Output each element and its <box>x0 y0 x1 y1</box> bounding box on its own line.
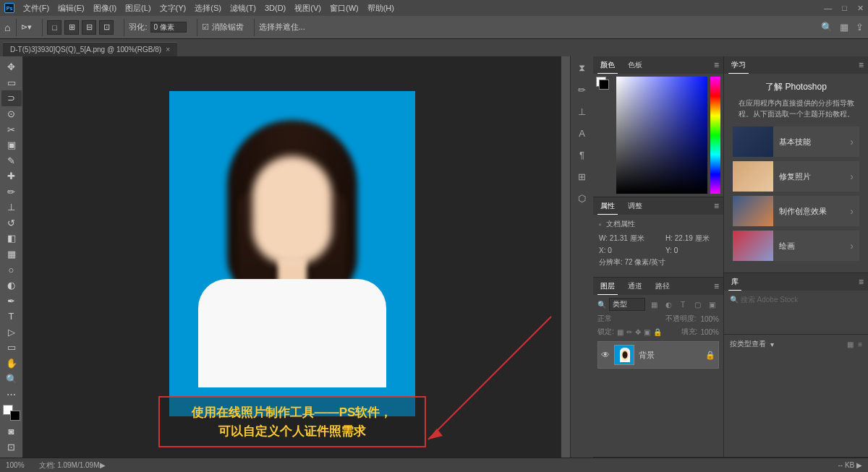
menu-edit[interactable]: 编辑(E) <box>58 3 85 14</box>
libraries-tab[interactable]: 库 <box>728 274 741 291</box>
menu-filter[interactable]: 滤镜(T) <box>230 3 256 14</box>
glyph-panel-icon[interactable]: ⊞ <box>575 169 590 184</box>
document-info[interactable]: 文档: 1.09M/1.09M <box>39 460 100 471</box>
layer-lock-icon[interactable]: 🔒 <box>705 351 715 360</box>
eyedropper-tool[interactable]: ✎ <box>1 153 22 168</box>
gradient-tool[interactable]: ▦ <box>1 246 22 262</box>
paragraph-panel-icon[interactable]: ¶ <box>575 147 590 162</box>
home-icon[interactable]: ⌂ <box>4 22 10 33</box>
panel-menu-icon[interactable]: ≡ <box>859 277 864 287</box>
move-tool[interactable]: ✥ <box>1 59 22 75</box>
panel-menu-icon[interactable]: ≡ <box>714 281 719 291</box>
stamp-tool[interactable]: ⊥ <box>1 199 22 215</box>
crop-tool[interactable]: ✂ <box>1 121 22 137</box>
library-search-input[interactable]: 🔍 搜索 Adobe Stock <box>730 295 862 305</box>
layer-visibility-icon[interactable]: 👁 <box>601 350 610 360</box>
hue-slider[interactable] <box>710 77 720 194</box>
lock-all-icon[interactable]: 🔒 <box>653 328 662 336</box>
paths-tab[interactable]: 路径 <box>652 278 673 294</box>
menu-3d[interactable]: 3D(D) <box>265 4 286 12</box>
blur-tool[interactable]: ○ <box>1 262 22 278</box>
properties-tab[interactable]: 属性 <box>597 198 618 215</box>
close-window-icon[interactable]: ✕ <box>857 4 864 13</box>
marquee-tool[interactable]: ▭ <box>1 75 22 91</box>
learn-item-repair[interactable]: 修复照片› <box>733 161 859 192</box>
layer-thumbnail[interactable] <box>614 345 634 365</box>
lasso-tool[interactable]: ⊃ <box>1 90 22 106</box>
eraser-tool[interactable]: ◧ <box>1 231 22 246</box>
swatches-tab[interactable]: 色板 <box>625 57 645 73</box>
color-tab[interactable]: 颜色 <box>597 57 618 74</box>
color-fg-bg-swatch[interactable] <box>596 77 609 90</box>
selection-add-icon[interactable]: ⊞ <box>64 20 79 35</box>
menu-help[interactable]: 帮助(H) <box>367 3 394 14</box>
panel-menu-icon[interactable]: ≡ <box>714 201 719 211</box>
lock-pos-icon[interactable]: ✥ <box>635 328 641 336</box>
canvas-area[interactable]: 使用在线照片制作工具——PS软件， 可以自定义个人证件照需求 <box>23 56 561 458</box>
selection-subtract-icon[interactable]: ⊟ <box>82 20 96 35</box>
shape-tool[interactable]: ▭ <box>1 340 22 356</box>
menu-select[interactable]: 选择(S) <box>195 3 221 14</box>
path-select-tool[interactable]: ▷ <box>1 325 22 340</box>
layer-name[interactable]: 背景 <box>639 350 655 361</box>
lib-list-icon[interactable]: ≡ <box>858 340 862 348</box>
menu-type[interactable]: 文字(Y) <box>160 3 187 14</box>
zoom-tool[interactable]: 🔍 <box>1 371 22 387</box>
lib-view-select[interactable]: 按类型查看 <box>730 339 766 349</box>
panel-menu-icon[interactable]: ≡ <box>859 60 864 70</box>
learn-tab[interactable]: 学习 <box>728 57 749 74</box>
screenmode-icon[interactable]: ⊡ <box>1 439 22 455</box>
frame-tool[interactable]: ▣ <box>1 137 22 153</box>
character-panel-icon[interactable]: A <box>575 126 590 140</box>
filter-pixel-icon[interactable]: ▦ <box>648 299 660 310</box>
feather-input[interactable] <box>150 22 187 33</box>
type-tool[interactable]: T <box>1 309 22 325</box>
channels-tab[interactable]: 通道 <box>625 278 645 294</box>
close-tab-icon[interactable]: × <box>166 46 170 53</box>
filter-smart-icon[interactable]: ▣ <box>706 299 718 310</box>
layer-filter-select[interactable]: 类型 <box>609 298 645 311</box>
edit-toolbar-icon[interactable]: ⋯ <box>1 387 22 403</box>
menu-image[interactable]: 图像(I) <box>93 3 116 14</box>
menu-layer[interactable]: 图层(L) <box>125 3 150 14</box>
lasso-tool-preset-icon[interactable]: ⊳▾ <box>21 22 32 32</box>
share-icon[interactable]: ⇪ <box>856 22 864 33</box>
zoom-level[interactable]: 100% <box>6 461 25 469</box>
hand-tool[interactable]: ✋ <box>1 356 22 372</box>
lock-pixel-icon[interactable]: ✏ <box>626 328 632 336</box>
pen-tool[interactable]: ✒ <box>1 293 22 309</box>
menu-file[interactable]: 文件(F) <box>23 3 49 14</box>
filter-shape-icon[interactable]: ▢ <box>692 299 703 310</box>
color-picker-field[interactable] <box>616 77 707 194</box>
workspace-icon[interactable]: ▦ <box>840 22 848 33</box>
menu-window[interactable]: 窗口(W) <box>330 3 359 14</box>
lib-grid-icon[interactable]: ▦ <box>847 340 854 348</box>
opacity-value[interactable]: 100% <box>700 315 719 323</box>
search-icon[interactable]: 🔍 <box>821 22 833 33</box>
minimize-icon[interactable]: — <box>824 4 832 13</box>
history-brush-tool[interactable]: ↺ <box>1 215 22 231</box>
dodge-tool[interactable]: ◐ <box>1 278 22 293</box>
lock-trans-icon[interactable]: ▦ <box>617 328 624 336</box>
brush-tool[interactable]: ✏ <box>1 184 22 200</box>
selection-new-icon[interactable]: □ <box>47 20 61 35</box>
brush-panel-icon[interactable]: ✏ <box>575 82 590 97</box>
blend-mode-select[interactable]: 正常 <box>597 314 612 324</box>
fill-value[interactable]: 100% <box>700 328 719 336</box>
antialias-checkbox[interactable]: ☑ <box>202 22 209 32</box>
clone-panel-icon[interactable]: ⊥ <box>575 104 590 119</box>
learn-item-basics[interactable]: 基本技能› <box>733 126 859 157</box>
menu-view[interactable]: 视图(V) <box>294 3 321 14</box>
color-swatch[interactable] <box>3 405 20 421</box>
layers-tab[interactable]: 图层 <box>597 278 618 295</box>
history-panel-icon[interactable]: ⧗ <box>575 61 590 75</box>
select-and-mask-button[interactable]: 选择并遮住... <box>259 22 305 33</box>
3d-panel-icon[interactable]: ⬡ <box>575 191 590 205</box>
healing-tool[interactable]: ✚ <box>1 168 22 184</box>
panel-menu-icon[interactable]: ≡ <box>714 60 719 70</box>
learn-item-paint[interactable]: 绘画› <box>733 231 859 261</box>
adjustments-tab[interactable]: 调整 <box>625 198 645 214</box>
filter-type-icon[interactable]: T <box>677 299 689 310</box>
layer-background[interactable]: 👁 背景 🔒 <box>597 341 719 369</box>
learn-item-creative[interactable]: 制作创意效果› <box>733 196 859 226</box>
